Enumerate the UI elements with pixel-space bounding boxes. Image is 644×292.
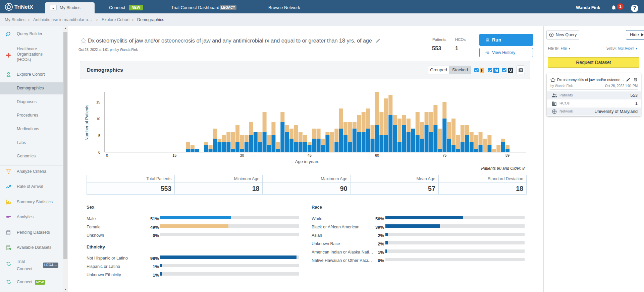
svg-text:10: 10 (96, 117, 100, 121)
svg-text:0: 0 (98, 150, 100, 154)
svg-text:15: 15 (172, 153, 176, 157)
svg-text:Age in years: Age in years (295, 159, 320, 164)
svg-text:45: 45 (308, 153, 312, 157)
svg-text:0: 0 (106, 153, 108, 157)
svg-text:Number of Patients: Number of Patients (85, 105, 89, 141)
svg-text:75: 75 (442, 153, 446, 157)
svg-text:5: 5 (98, 134, 100, 138)
svg-text:60: 60 (375, 153, 379, 157)
svg-text:89: 89 (505, 153, 509, 157)
svg-text:15: 15 (96, 100, 100, 104)
svg-text:30: 30 (240, 153, 244, 157)
